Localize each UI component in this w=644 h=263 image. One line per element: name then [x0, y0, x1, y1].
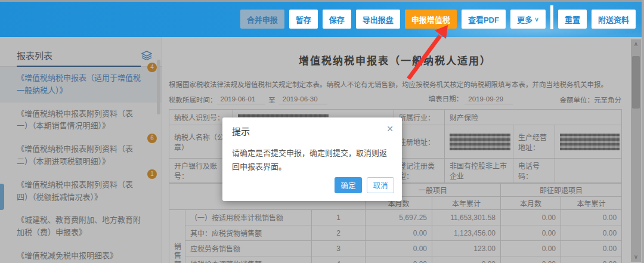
chevron-down-icon: ∨	[534, 16, 539, 23]
temp-save-button[interactable]: 暂存	[289, 10, 318, 29]
export-disk-button[interactable]: 导出报盘	[356, 10, 400, 29]
save-button[interactable]: 保存	[323, 10, 351, 29]
dialog-title: 提示	[232, 126, 250, 137]
window-right-border	[642, 0, 644, 263]
content-area: 报表列表 《增值税纳税申报表（适用于增值税一般纳税人）》 4 《增值税纳税申报表…	[0, 37, 644, 263]
more-button-label: 更多	[517, 14, 532, 25]
toolbar-buttons: 合并申报 暂存 保存 导出报盘 申报增值税 查看PDF 更多 ∨ 重置 附送资料	[240, 10, 636, 29]
declare-vat-button[interactable]: 申报增值税	[405, 10, 457, 29]
confirm-button[interactable]: 确定	[335, 177, 362, 193]
merge-declare-button[interactable]: 合并申报	[240, 10, 284, 29]
more-button[interactable]: 更多 ∨	[510, 10, 546, 29]
close-icon[interactable]: ✕	[386, 124, 394, 134]
tax-filing-app: 合并申报 暂存 保存 导出报盘 申报增值税 查看PDF 更多 ∨ 重置 附送资料…	[0, 0, 644, 263]
confirm-dialog: 提示 ✕ 请确定是否提交申报，确定则提交，取消则返回申报表界面。 确定 取消	[222, 117, 402, 201]
window-top-border	[0, 0, 644, 2]
cancel-button[interactable]: 取消	[367, 177, 394, 193]
view-pdf-button[interactable]: 查看PDF	[462, 10, 506, 29]
attach-materials-button[interactable]: 附送资料	[592, 10, 636, 29]
top-toolbar: 合并申报 暂存 保存 导出报盘 申报增值税 查看PDF 更多 ∨ 重置 附送资料	[0, 2, 644, 37]
reset-button[interactable]: 重置	[558, 10, 587, 29]
cursor-artifact	[550, 5, 553, 29]
dialog-message: 请确定是否提交申报，确定则提交，取消则返回申报表界面。	[222, 137, 402, 174]
